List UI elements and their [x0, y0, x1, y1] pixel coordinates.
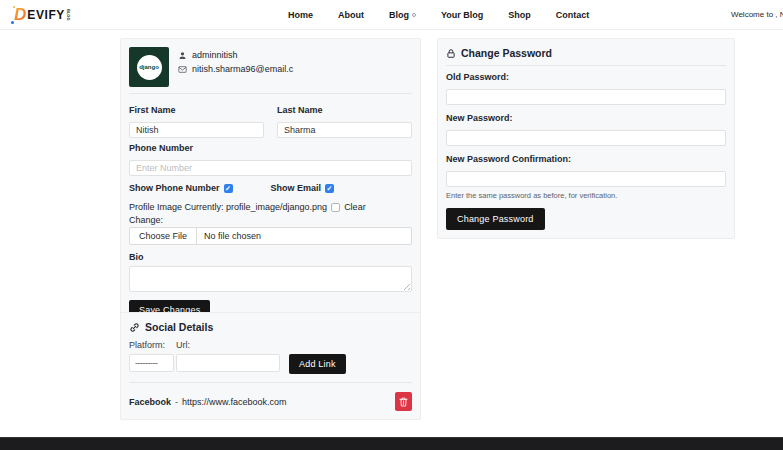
confirm-password-field[interactable] — [446, 171, 726, 187]
name-fields-row: First Name Last Name — [129, 100, 412, 138]
user-email: nitish.sharma96@email.c — [192, 64, 293, 74]
last-name-label: Last Name — [277, 105, 412, 116]
social-platform-name: Facebook — [129, 397, 171, 407]
social-divider — [129, 382, 412, 383]
avatar-django-logo: django — [137, 55, 162, 80]
brand-logo[interactable]: D EVIFY BLOG — [14, 5, 70, 25]
brand-text: EVIFY — [27, 8, 65, 22]
password-helper-text: Enter the same password as before, for v… — [446, 191, 726, 200]
show-phone-label: Show Phone Number — [129, 183, 220, 193]
old-password-label: Old Password: — [446, 72, 726, 82]
brand-letter-d: D — [14, 5, 26, 25]
envelope-icon — [178, 65, 187, 74]
platform-label: Platform: — [129, 340, 176, 350]
show-email-label: Show Email — [271, 183, 322, 193]
phone-number-field[interactable] — [129, 160, 412, 176]
change-password-button[interactable]: Change Password — [446, 208, 545, 230]
platform-select[interactable]: --------- — [129, 354, 174, 372]
social-details-title: Social Details — [145, 321, 213, 333]
profile-divider — [129, 93, 412, 94]
trash-icon — [399, 397, 408, 407]
password-divider — [446, 65, 726, 66]
first-name-field[interactable] — [129, 122, 264, 138]
clear-image-checkbox[interactable] — [331, 203, 340, 212]
nav-links: Home About Blog Your Blog Shop Contact — [288, 0, 589, 30]
social-link-item: Facebook - https://www.facebook.com — [129, 392, 412, 411]
profile-image-current-text: Profile Image Currently: profile_image/d… — [129, 202, 327, 212]
email-row: nitish.sharma96@email.c — [178, 64, 293, 74]
profile-header: django adminnitish nitish.sharma96@email… — [129, 47, 412, 87]
new-password-field[interactable] — [446, 130, 726, 146]
link-icon — [129, 322, 140, 333]
old-password-field[interactable] — [446, 89, 726, 105]
change-password-title: Change Password — [461, 47, 552, 59]
social-field-labels: Platform: Url: — [129, 340, 412, 350]
identity-rows: adminnitish nitish.sharma96@email.c — [178, 47, 293, 74]
new-password-label: New Password: — [446, 113, 726, 123]
phone-number-label: Phone Number — [129, 143, 412, 154]
social-link-separator: - — [175, 397, 178, 407]
nav-item-blog-label: Blog — [389, 10, 409, 20]
nav-item-blog[interactable]: Blog — [389, 10, 416, 20]
change-password-heading: Change Password — [446, 47, 726, 59]
bio-textarea[interactable] — [129, 266, 412, 292]
nav-item-about[interactable]: About — [338, 10, 364, 20]
welcome-text: Welcome to , Nit — [731, 0, 783, 30]
choose-file-button[interactable]: Choose File — [130, 228, 197, 244]
social-details-card: Social Details Platform: Url: --------- … — [120, 312, 421, 420]
show-email-group: Show Email — [271, 183, 413, 193]
nav-item-contact[interactable]: Contact — [556, 10, 590, 20]
avatar: django — [129, 47, 169, 87]
url-input[interactable] — [176, 354, 280, 372]
visibility-checkboxes-row: Show Phone Number Show Email — [129, 183, 412, 193]
show-phone-checkbox[interactable] — [224, 184, 233, 193]
nav-item-home[interactable]: Home — [288, 10, 313, 20]
clear-label: Clear — [344, 202, 366, 212]
add-link-button[interactable]: Add Link — [289, 354, 346, 374]
change-label: Change: — [129, 215, 412, 225]
footer-bar — [0, 437, 783, 450]
profile-image-current-row: Profile Image Currently: profile_image/d… — [129, 202, 412, 212]
show-email-checkbox[interactable] — [325, 184, 334, 193]
lock-icon — [446, 48, 456, 59]
social-details-heading: Social Details — [129, 321, 412, 333]
user-icon — [178, 51, 187, 60]
file-chosen-status: No file chosen — [197, 231, 268, 241]
show-phone-group: Show Phone Number — [129, 183, 271, 193]
blog-dropdown-indicator-icon — [412, 13, 416, 17]
add-link-row: --------- Add Link — [129, 354, 412, 374]
brand-subtext: BLOG — [66, 9, 70, 21]
confirm-password-label: New Password Confirmation: — [446, 154, 726, 164]
nav-item-your-blog[interactable]: Your Blog — [441, 10, 483, 20]
username: adminnitish — [192, 50, 238, 60]
bio-wrapper — [129, 266, 412, 292]
navbar: D EVIFY BLOG Home About Blog Your Blog S… — [0, 0, 783, 30]
change-password-card: Change Password Old Password: New Passwo… — [437, 38, 735, 239]
username-row: adminnitish — [178, 50, 293, 60]
url-label: Url: — [176, 340, 190, 350]
last-name-field[interactable] — [277, 122, 412, 138]
social-link-url: https://www.facebook.com — [182, 397, 287, 407]
bio-label: Bio — [129, 252, 412, 263]
profile-card: django adminnitish nitish.sharma96@email… — [120, 38, 421, 329]
first-name-label: First Name — [129, 105, 264, 116]
delete-link-button[interactable] — [395, 392, 412, 411]
file-upload-control: Choose File No file chosen — [129, 227, 412, 245]
nav-item-shop[interactable]: Shop — [508, 10, 531, 20]
